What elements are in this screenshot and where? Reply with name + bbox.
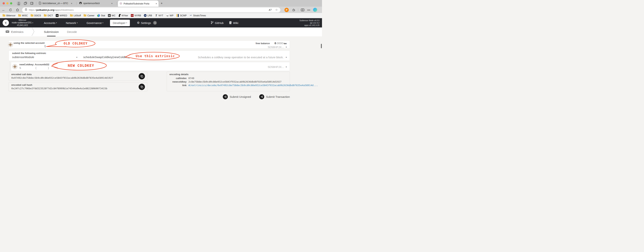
address-bar[interactable]: https://polkadot.js.org/apps/#/extrinsic… [22, 7, 280, 12]
newcoldkey-value-redacted[interactable]: S ( ) [19, 66, 49, 69]
link-label: link [170, 84, 186, 87]
newcoldkey-detail-label: newcoldkey [170, 80, 186, 83]
split-screen-icon[interactable] [301, 8, 304, 11]
github-link[interactable]: GitHub [211, 21, 224, 25]
copilot-icon[interactable] [313, 8, 317, 12]
method-description-block[interactable]: Schedules a coldkey swap operation to be… [198, 56, 287, 59]
caret-down-icon: ▾ [102, 22, 104, 24]
submit-unsigned-button[interactable]: Submit Unsigned [223, 94, 251, 99]
settings-menu[interactable]: ⚙ Settings 1 [137, 21, 157, 25]
bookmark-lrb[interactable]: LRBLRB [144, 14, 152, 17]
encoded-call-data-box: encoded call data 0x07492c8e758dec5b9cd0… [8, 72, 147, 80]
more-menu-icon[interactable]: ••• [307, 8, 310, 11]
browser-tab-polkadot-portal[interactable]: Polkadot/Substrate Portal × [118, 0, 158, 7]
favorite-star-icon[interactable]: ☆ [275, 8, 278, 11]
menu-accounts[interactable]: Accounts▾ [44, 21, 57, 24]
sign-in-icon [259, 94, 264, 99]
app-header: τ Bittensor node-subtensor/201▾ #3,841,8… [0, 18, 322, 27]
window-zoom-button[interactable] [10, 2, 12, 4]
bookmark-folder-bittensor[interactable]: Bittensor [2, 14, 16, 17]
bookmark-nyker[interactable]: NYker [118, 14, 128, 17]
block-number: #3,841,822 [11, 24, 34, 27]
account-dropdown[interactable]: 5D58HPJX... ▾ [256, 45, 287, 49]
newcoldkey-dropdown[interactable]: 5D58HPJX... ▾ [268, 65, 287, 68]
polkadot-extension-icon[interactable]: P [284, 8, 289, 12]
scrollbar-thumb[interactable] [321, 44, 322, 48]
breadcrumb-chevron [31, 27, 35, 36]
immersive-reader-icon[interactable]: A [269, 8, 272, 11]
newcoldkey-address: 5D58HPJX... [268, 65, 284, 68]
new-tab-button[interactable]: + [161, 1, 162, 5]
tab-close-icon[interactable]: × [111, 2, 112, 5]
browser-tab-btcli-docs[interactable]: btcli.bittensor_cli — BTCLI Docs × [37, 0, 74, 7]
bookmark-wired[interactable]: WWIRED [56, 14, 67, 17]
caret-down-icon[interactable]: ▾ [76, 56, 77, 58]
menu-governance[interactable]: Governance▾ [86, 21, 103, 24]
bookmark-folder-dict[interactable]: DICT [44, 14, 53, 17]
bookmark-straitstimes[interactable]: STStraitsTimes [190, 14, 206, 17]
page-tab-bar: Extrinsics Submission Decode [0, 27, 322, 36]
module-select[interactable]: subtensorModule [12, 55, 34, 59]
window-close-button[interactable] [2, 2, 5, 4]
sidebar-toggle-icon[interactable] [30, 2, 34, 5]
browser-profile-icon[interactable] [17, 1, 21, 5]
bookmark-nyt[interactable]: TNYT [155, 14, 163, 17]
bookmark-folder-litstuff[interactable]: LitStuff [70, 14, 81, 17]
back-button[interactable]: ← [2, 8, 5, 12]
bookmark-folder-career[interactable]: Career [84, 14, 94, 17]
copy-call-data-button[interactable] [138, 73, 145, 79]
submit-transaction-button[interactable]: Submit Transaction [259, 94, 290, 99]
encoded-call-data-label: encoded call data [11, 73, 32, 76]
node-name: node-subtensor/201 [12, 21, 32, 24]
tab-close-icon[interactable]: × [156, 2, 157, 5]
refresh-button[interactable] [9, 8, 12, 11]
menu-network[interactable]: Network▾ [66, 21, 78, 24]
bookmark-wp[interactable]: wpWP [166, 14, 173, 17]
apps-version: apps v0.143.3-29 [300, 24, 320, 26]
scmp-icon [176, 14, 179, 17]
tab-overview-icon[interactable] [24, 2, 27, 5]
newcoldkey-identicon[interactable] [12, 64, 18, 70]
annotation-new-coldkey: NEW COLDKEY [50, 60, 109, 71]
browser-tab-strip: btcli.bittensor_cli — BTCLI Docs × opent… [0, 0, 322, 7]
encoding-details-label: encoding details [170, 73, 188, 76]
folder-icon [70, 14, 73, 16]
tab-submission[interactable]: Submission [44, 27, 59, 36]
folder-icon [84, 14, 86, 16]
extrinsics-content: using the selected account l) free balan… [0, 36, 322, 126]
folder-icon [18, 14, 21, 16]
window-minimize-button[interactable] [6, 2, 8, 4]
home-button[interactable] [16, 8, 19, 11]
bookmark-folder-docs[interactable]: DOCS [31, 14, 41, 17]
caret-down-icon: ▾ [56, 22, 57, 24]
section-title: Extrinsics [6, 30, 24, 34]
tab-decode[interactable]: Decode [67, 27, 77, 36]
bookmark-nyrb[interactable]: NYRNYRB [131, 14, 141, 17]
account-address: 5D58HPJX... [268, 45, 284, 49]
menu-developer[interactable]: Developer▾ [110, 20, 130, 26]
toolbar-divider [298, 8, 298, 11]
decode-link[interactable]: #/extrinsics/decode/0x07492c8e758dec5b9c… [188, 84, 318, 87]
gear-icon: ⚙ [137, 21, 140, 24]
tab-close-icon[interactable]: × [71, 2, 72, 5]
bookmark-wc[interactable]: WWC [108, 14, 116, 17]
bookmark-stat[interactable]: Stat [97, 14, 105, 17]
param-indent-line [10, 62, 10, 71]
encoded-call-hash-box: encoded call hash 0x24fc27c796be3fdd3235… [8, 82, 147, 91]
account-identicon[interactable] [8, 42, 13, 48]
chain-selector[interactable]: Bittensor node-subtensor/201▾ #3,841,822 [11, 19, 34, 27]
browser-tab-github-btcli[interactable]: opentensor/btcli × [78, 0, 114, 7]
caret-down-icon: ▾ [286, 46, 287, 48]
folder-icon [44, 14, 47, 16]
account-balance-block: free balance 0.0000tao 5D58HPJX... ▾ [256, 41, 287, 49]
svg-text:OLD COLDKEY: OLD COLDKEY [64, 41, 88, 45]
copy-call-hash-button[interactable] [138, 84, 145, 90]
extensions-puzzle-icon[interactable] [292, 8, 296, 11]
annotation-use-this-extrinsic: Use this extrinsic [123, 52, 182, 61]
bookmark-scmp[interactable]: SCMP [176, 14, 186, 17]
polkadot-icon [120, 2, 122, 5]
bookmark-folder-misc[interactable]: MISC [18, 14, 28, 17]
newcoldkey-row: newcoldkey 2c8e758dec5b9cd0c86e932ce5843… [170, 80, 282, 83]
wiki-link[interactable]: Wiki [229, 21, 238, 25]
tab-title: btcli.bittensor_cli — BTCLI Docs [42, 2, 68, 5]
